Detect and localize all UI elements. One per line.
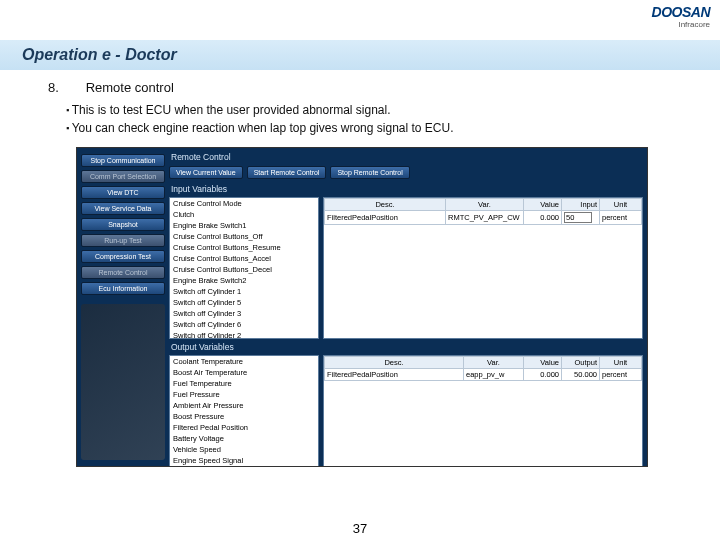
list-item[interactable]: Switch off Cylinder 3 [170, 308, 318, 319]
cell-unit: percent [600, 211, 642, 225]
toolbar: View Current Value Start Remote Control … [169, 166, 643, 179]
list-item[interactable]: Cruise Control Buttons_Resume [170, 242, 318, 253]
title-suffix: - Doctor [111, 46, 177, 63]
list-item[interactable]: Vehicle Speed [170, 444, 318, 455]
cell-var: eapp_pv_w [464, 369, 524, 381]
sidebar-stop-communication-button[interactable]: Stop Communication [81, 154, 165, 167]
cell-var: RMTC_PV_APP_CW [446, 211, 524, 225]
sidebar-remote-control-button: Remote Control [81, 266, 165, 279]
col-input: Input [562, 199, 600, 211]
sidebar-snapshot-button[interactable]: Snapshot [81, 218, 165, 231]
start-remote-control-button[interactable]: Start Remote Control [247, 166, 327, 179]
list-item[interactable]: Cruise Control Mode [170, 198, 318, 209]
cell-desc: FilteredPedalPosition [325, 211, 446, 225]
cell-input[interactable] [562, 211, 600, 225]
list-item[interactable]: Engine Brake Switch2 [170, 275, 318, 286]
output-row: Coolant TemperatureBoost Air Temperature… [169, 355, 643, 466]
cell-value: 0.000 [524, 369, 562, 381]
sidebar-compression-test-button[interactable]: Compression Test [81, 250, 165, 263]
col-value: Value [524, 357, 562, 369]
col-var: Var. [446, 199, 524, 211]
list-item[interactable]: Fuel Temperature [170, 378, 318, 389]
sidebar: Stop CommunicationComm Port SelectionVie… [77, 148, 169, 466]
slide-title: Operation e - Doctor [0, 40, 720, 70]
panel-title: Remote Control [169, 152, 643, 162]
list-item[interactable]: Switch off Cylinder 2 [170, 330, 318, 339]
title-em: e [102, 46, 111, 63]
sidebar-comm-port-selection-button: Comm Port Selection [81, 170, 165, 183]
list-item[interactable]: Cruise Control Buttons_Accel [170, 253, 318, 264]
stop-remote-control-button[interactable]: Stop Remote Control [330, 166, 409, 179]
list-item[interactable]: Boost Pressure [170, 411, 318, 422]
list-item[interactable]: Clutch [170, 209, 318, 220]
list-item[interactable]: Cruise Control Buttons_Off [170, 231, 318, 242]
input-value-field[interactable] [564, 212, 592, 223]
section-heading: 8. Remote control [48, 80, 684, 95]
section-number: 8. [48, 80, 82, 95]
title-prefix: Operation [22, 46, 102, 63]
input-vars-list[interactable]: Cruise Control ModeClutchEngine Brake Sw… [169, 197, 319, 339]
cell-output: 50.000 [562, 369, 600, 381]
view-current-value-button[interactable]: View Current Value [169, 166, 243, 179]
input-row: Cruise Control ModeClutchEngine Brake Sw… [169, 197, 643, 339]
page-number: 37 [0, 521, 720, 536]
input-grid-header: Desc. Var. Value Input Unit [325, 199, 642, 211]
list-item[interactable]: Switch off Cylinder 1 [170, 286, 318, 297]
list-item[interactable]: Engine Speed Signal [170, 455, 318, 466]
list-item[interactable]: Battery Voltage [170, 433, 318, 444]
col-unit: Unit [600, 357, 642, 369]
list-item[interactable]: Fuel Pressure [170, 389, 318, 400]
sidebar-ecu-information-button[interactable]: Ecu Information [81, 282, 165, 295]
cell-unit: percent [600, 369, 642, 381]
output-grid-row[interactable]: FilteredPedalPosition eapp_pv_w 0.000 50… [325, 369, 642, 381]
col-desc: Desc. [325, 357, 464, 369]
input-grid-row[interactable]: FilteredPedalPosition RMTC_PV_APP_CW 0.0… [325, 211, 642, 225]
brand-logo: DOOSAN Infracore [652, 4, 710, 29]
output-grid[interactable]: Desc. Var. Value Output Unit FilteredPed… [323, 355, 643, 466]
col-var: Var. [464, 357, 524, 369]
list-item[interactable]: Switch off Cylinder 5 [170, 297, 318, 308]
list-item[interactable]: Coolant Temperature [170, 356, 318, 367]
list-item[interactable]: Ambient Air Pressure [170, 400, 318, 411]
brand-text: DOOSAN [652, 4, 710, 20]
sidebar-run-up-test-button: Run-up Test [81, 234, 165, 247]
output-grid-header: Desc. Var. Value Output Unit [325, 357, 642, 369]
section-title: Remote control [86, 80, 174, 95]
cell-desc: FilteredPedalPosition [325, 369, 464, 381]
col-unit: Unit [600, 199, 642, 211]
bullet-item: This is to test ECU when the user provid… [66, 101, 684, 119]
app-window: Stop CommunicationComm Port SelectionVie… [76, 147, 648, 467]
list-item[interactable]: Boost Air Temperature [170, 367, 318, 378]
list-item[interactable]: Switch off Cylinder 6 [170, 319, 318, 330]
main-panel: Remote Control View Current Value Start … [169, 148, 647, 466]
sidebar-view-dtc-button[interactable]: View DTC [81, 186, 165, 199]
list-item[interactable]: Cruise Control Buttons_Decel [170, 264, 318, 275]
input-vars-title: Input Variables [169, 184, 643, 194]
col-value: Value [524, 199, 562, 211]
cell-value: 0.000 [524, 211, 562, 225]
output-vars-list[interactable]: Coolant TemperatureBoost Air Temperature… [169, 355, 319, 466]
bullet-list: This is to test ECU when the user provid… [48, 101, 684, 137]
sidebar-image [81, 304, 165, 460]
input-grid[interactable]: Desc. Var. Value Input Unit FilteredPeda… [323, 197, 643, 339]
bullet-item: You can check engine reaction when lap t… [66, 119, 684, 137]
brand-subtext: Infracore [652, 20, 710, 29]
col-desc: Desc. [325, 199, 446, 211]
sidebar-view-service-data-button[interactable]: View Service Data [81, 202, 165, 215]
col-output: Output [562, 357, 600, 369]
list-item[interactable]: Filtered Pedal Position [170, 422, 318, 433]
list-item[interactable]: Engine Brake Switch1 [170, 220, 318, 231]
output-vars-title: Output Variables [169, 342, 643, 352]
